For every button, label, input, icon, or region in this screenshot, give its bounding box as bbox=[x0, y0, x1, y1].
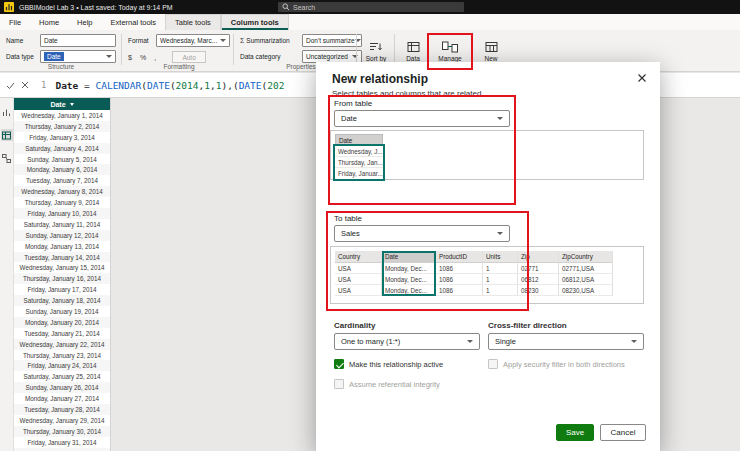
tab-file[interactable]: File bbox=[0, 14, 30, 30]
close-button[interactable] bbox=[636, 72, 648, 84]
active-relationship-label: Make this relationship active bbox=[349, 360, 443, 369]
to-column-header[interactable]: Zip bbox=[518, 251, 559, 263]
close-icon bbox=[637, 73, 647, 83]
date-row[interactable]: Wednesday, January 29, 2014 bbox=[14, 415, 110, 426]
to-column-header[interactable]: ProductID bbox=[436, 251, 483, 263]
comma-format-button[interactable]: , bbox=[154, 54, 156, 61]
format-dropdown[interactable]: Wednesday, Marc... bbox=[156, 34, 230, 47]
column-name-input[interactable]: Date bbox=[40, 34, 116, 47]
referential-integrity-checkbox[interactable]: Assume referential integrity bbox=[334, 379, 440, 389]
cardinality-dropdown[interactable]: One to many (1:*) bbox=[334, 333, 480, 350]
date-row[interactable]: Sunday, January 26, 2014 bbox=[14, 382, 110, 393]
to-column-header[interactable]: ZipCountry bbox=[559, 251, 613, 263]
data-view-button[interactable] bbox=[1, 129, 13, 141]
cross-filter-dropdown[interactable]: Single bbox=[488, 333, 644, 350]
date-row[interactable]: Wednesday, January 15, 2014 bbox=[14, 262, 110, 273]
date-column-header[interactable]: Date bbox=[14, 98, 110, 110]
tab-help[interactable]: Help bbox=[68, 14, 101, 30]
commit-check-icon[interactable] bbox=[6, 81, 15, 90]
date-row[interactable]: Sunday, January 5, 2014 bbox=[14, 154, 110, 165]
to-preview-cell: 06812 bbox=[518, 274, 559, 285]
from-preview-row[interactable]: Friday, Januar... bbox=[335, 168, 383, 179]
date-row[interactable]: Saturday, January 25, 2014 bbox=[14, 371, 110, 382]
date-row[interactable]: Thursday, January 9, 2014 bbox=[14, 197, 110, 208]
date-row[interactable]: Wednesday, January 1, 2014 bbox=[14, 110, 110, 121]
to-header-row: CountryDateProductIDUnitsZipZipCountry bbox=[335, 251, 639, 263]
from-table-preview: Date Wednesday, J...Thursday, Jan...Frid… bbox=[330, 130, 644, 180]
report-view-button[interactable] bbox=[1, 106, 13, 118]
date-row[interactable]: Saturday, January 11, 2014 bbox=[14, 219, 110, 230]
data-type-dropdown[interactable]: Date bbox=[40, 50, 116, 63]
chevron-down-icon bbox=[220, 39, 226, 42]
tab-home[interactable]: Home bbox=[30, 14, 68, 30]
date-row[interactable]: Tuesday, January 28, 2014 bbox=[14, 404, 110, 415]
date-row[interactable]: Thursday, January 2, 2014 bbox=[14, 121, 110, 132]
search-placeholder: Search bbox=[293, 4, 315, 11]
to-preview-table: CountryDateProductIDUnitsZipZipCountry U… bbox=[335, 251, 639, 296]
cancel-x-icon[interactable] bbox=[21, 81, 29, 89]
from-table-value: Date bbox=[341, 114, 357, 123]
save-button[interactable]: Save bbox=[556, 424, 594, 441]
formula-token: 202 bbox=[267, 80, 284, 91]
date-row[interactable]: Tuesday, January 7, 2014 bbox=[14, 175, 110, 186]
tab-external-tools[interactable]: External tools bbox=[102, 14, 165, 30]
dax-formula[interactable]: Date = CALENDAR(DATE(2014,1,1),(DATE(202 bbox=[55, 80, 284, 91]
to-preview-row[interactable]: USAMonday, Dec...108610277102771,USA bbox=[335, 263, 639, 274]
date-row[interactable]: Saturday, January 4, 2014 bbox=[14, 143, 110, 154]
date-row[interactable]: Sunday, January 19, 2014 bbox=[14, 306, 110, 317]
security-filter-checkbox[interactable]: Apply security filter in both directions bbox=[488, 359, 625, 369]
date-row[interactable]: Tuesday, January 14, 2014 bbox=[14, 252, 110, 263]
dialog-title: New relationship bbox=[332, 72, 428, 86]
format-value: Wednesday, Marc... bbox=[160, 37, 217, 44]
to-preview-cell: Monday, Dec... bbox=[382, 263, 436, 274]
to-preview-cell: Monday, Dec... bbox=[382, 274, 436, 285]
cancel-button[interactable]: Cancel bbox=[600, 424, 646, 441]
date-row[interactable]: Wednesday, January 22, 2014 bbox=[14, 339, 110, 350]
search-box[interactable]: Search bbox=[278, 2, 464, 12]
date-row[interactable]: Thursday, January 16, 2014 bbox=[14, 273, 110, 284]
date-row[interactable]: Friday, January 24, 2014 bbox=[14, 360, 110, 371]
view-rail bbox=[0, 98, 14, 451]
date-row[interactable]: Thursday, January 23, 2014 bbox=[14, 350, 110, 361]
chevron-down-icon bbox=[106, 55, 112, 58]
to-column-header[interactable]: Units bbox=[483, 251, 518, 263]
column-name-value: Date bbox=[44, 37, 58, 44]
to-preview-row[interactable]: USAMonday, Dec...108610823008230,USA bbox=[335, 285, 639, 296]
to-preview-cell: 1 bbox=[483, 274, 518, 285]
to-column-header[interactable]: Country bbox=[335, 251, 382, 263]
date-row[interactable]: Saturday, February 1, 2014 bbox=[14, 448, 110, 451]
date-row[interactable]: Wednesday, January 8, 2014 bbox=[14, 186, 110, 197]
to-column-header[interactable]: Date bbox=[382, 251, 436, 263]
active-relationship-checkbox[interactable]: Make this relationship active bbox=[334, 359, 443, 369]
tab-column-tools[interactable]: Column tools bbox=[221, 14, 289, 30]
date-row[interactable]: Tuesday, January 21, 2014 bbox=[14, 328, 110, 339]
date-row[interactable]: Friday, January 17, 2014 bbox=[14, 284, 110, 295]
to-preview-cell: 1 bbox=[483, 263, 518, 274]
currency-format-button[interactable]: $ bbox=[128, 54, 132, 61]
to-table-value: Sales bbox=[341, 229, 360, 238]
from-column-header-date[interactable]: Date bbox=[335, 134, 383, 146]
date-row[interactable]: Friday, January 10, 2014 bbox=[14, 208, 110, 219]
date-row[interactable]: Monday, January 27, 2014 bbox=[14, 393, 110, 404]
date-row[interactable]: Monday, January 20, 2014 bbox=[14, 317, 110, 328]
new-relationship-dialog: New relationship Select tables and colum… bbox=[316, 62, 660, 451]
date-row[interactable]: Sunday, January 12, 2014 bbox=[14, 230, 110, 241]
date-row[interactable]: Thursday, January 30, 2014 bbox=[14, 426, 110, 437]
date-row[interactable]: Friday, January 3, 2014 bbox=[14, 132, 110, 143]
summarization-dropdown[interactable]: Don't summarize bbox=[302, 34, 362, 47]
date-row[interactable]: Friday, January 31, 2014 bbox=[14, 437, 110, 448]
percent-format-button[interactable]: % bbox=[140, 54, 146, 61]
tab-table-tools[interactable]: Table tools bbox=[165, 14, 221, 30]
model-view-button[interactable] bbox=[1, 152, 13, 164]
from-preview-row[interactable]: Wednesday, J... bbox=[335, 146, 383, 157]
date-row[interactable]: Saturday, January 18, 2014 bbox=[14, 295, 110, 306]
to-table-dropdown[interactable]: Sales bbox=[334, 225, 510, 242]
decimal-places-input[interactable]: Auto bbox=[172, 51, 206, 63]
formula-token: DATE bbox=[239, 80, 262, 91]
from-table-dropdown[interactable]: Date bbox=[334, 110, 510, 127]
date-row[interactable]: Monday, January 6, 2014 bbox=[14, 164, 110, 175]
from-preview-row[interactable]: Thursday, Jan... bbox=[335, 157, 383, 168]
date-row[interactable]: Monday, January 13, 2014 bbox=[14, 241, 110, 252]
to-preview-row[interactable]: USAMonday, Dec...108610681206812,USA bbox=[335, 274, 639, 285]
formula-token: CALENDAR bbox=[95, 80, 141, 91]
